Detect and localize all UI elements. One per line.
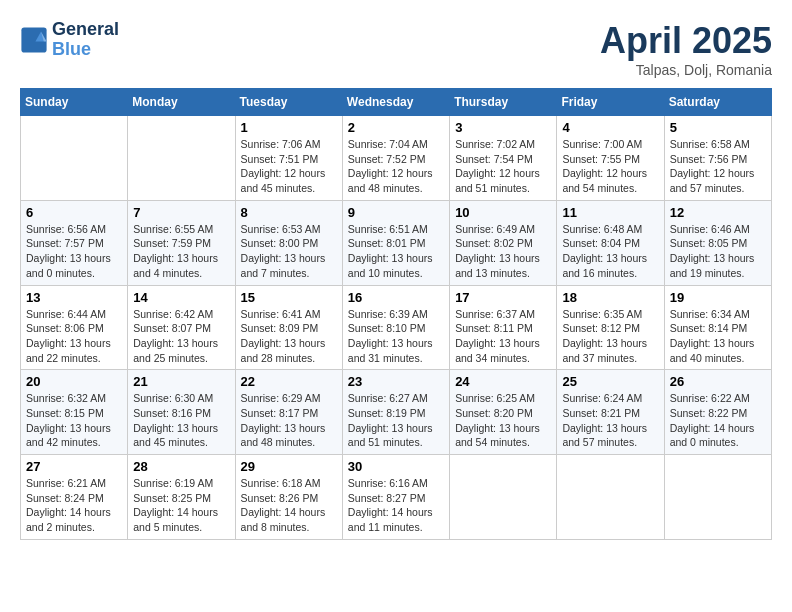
day-number: 17 bbox=[455, 290, 551, 305]
calendar-cell: 18Sunrise: 6:35 AM Sunset: 8:12 PM Dayli… bbox=[557, 285, 664, 370]
weekday-header-thursday: Thursday bbox=[450, 89, 557, 116]
calendar-cell: 14Sunrise: 6:42 AM Sunset: 8:07 PM Dayli… bbox=[128, 285, 235, 370]
calendar-cell: 3Sunrise: 7:02 AM Sunset: 7:54 PM Daylig… bbox=[450, 116, 557, 201]
day-number: 8 bbox=[241, 205, 337, 220]
day-number: 18 bbox=[562, 290, 658, 305]
day-number: 1 bbox=[241, 120, 337, 135]
day-info: Sunrise: 6:49 AM Sunset: 8:02 PM Dayligh… bbox=[455, 222, 551, 281]
calendar-cell: 28Sunrise: 6:19 AM Sunset: 8:25 PM Dayli… bbox=[128, 455, 235, 540]
day-info: Sunrise: 6:30 AM Sunset: 8:16 PM Dayligh… bbox=[133, 391, 229, 450]
calendar-table: SundayMondayTuesdayWednesdayThursdayFrid… bbox=[20, 88, 772, 540]
calendar-cell: 24Sunrise: 6:25 AM Sunset: 8:20 PM Dayli… bbox=[450, 370, 557, 455]
calendar-cell: 11Sunrise: 6:48 AM Sunset: 8:04 PM Dayli… bbox=[557, 200, 664, 285]
day-number: 4 bbox=[562, 120, 658, 135]
location-subtitle: Talpas, Dolj, Romania bbox=[600, 62, 772, 78]
day-number: 9 bbox=[348, 205, 444, 220]
day-number: 24 bbox=[455, 374, 551, 389]
calendar-cell: 25Sunrise: 6:24 AM Sunset: 8:21 PM Dayli… bbox=[557, 370, 664, 455]
day-number: 6 bbox=[26, 205, 122, 220]
calendar-cell: 27Sunrise: 6:21 AM Sunset: 8:24 PM Dayli… bbox=[21, 455, 128, 540]
calendar-cell: 1Sunrise: 7:06 AM Sunset: 7:51 PM Daylig… bbox=[235, 116, 342, 201]
calendar-cell bbox=[664, 455, 771, 540]
logo-line2: Blue bbox=[52, 40, 119, 60]
calendar-cell: 13Sunrise: 6:44 AM Sunset: 8:06 PM Dayli… bbox=[21, 285, 128, 370]
calendar-cell: 6Sunrise: 6:56 AM Sunset: 7:57 PM Daylig… bbox=[21, 200, 128, 285]
calendar-cell bbox=[450, 455, 557, 540]
day-info: Sunrise: 6:19 AM Sunset: 8:25 PM Dayligh… bbox=[133, 476, 229, 535]
day-info: Sunrise: 6:42 AM Sunset: 8:07 PM Dayligh… bbox=[133, 307, 229, 366]
weekday-header-tuesday: Tuesday bbox=[235, 89, 342, 116]
month-title: April 2025 bbox=[600, 20, 772, 62]
title-block: April 2025 Talpas, Dolj, Romania bbox=[600, 20, 772, 78]
calendar-cell: 4Sunrise: 7:00 AM Sunset: 7:55 PM Daylig… bbox=[557, 116, 664, 201]
day-number: 2 bbox=[348, 120, 444, 135]
day-info: Sunrise: 6:48 AM Sunset: 8:04 PM Dayligh… bbox=[562, 222, 658, 281]
day-number: 11 bbox=[562, 205, 658, 220]
calendar-cell: 5Sunrise: 6:58 AM Sunset: 7:56 PM Daylig… bbox=[664, 116, 771, 201]
day-number: 3 bbox=[455, 120, 551, 135]
day-number: 15 bbox=[241, 290, 337, 305]
day-info: Sunrise: 7:02 AM Sunset: 7:54 PM Dayligh… bbox=[455, 137, 551, 196]
day-info: Sunrise: 6:39 AM Sunset: 8:10 PM Dayligh… bbox=[348, 307, 444, 366]
day-info: Sunrise: 6:16 AM Sunset: 8:27 PM Dayligh… bbox=[348, 476, 444, 535]
day-info: Sunrise: 6:53 AM Sunset: 8:00 PM Dayligh… bbox=[241, 222, 337, 281]
calendar-week-row: 13Sunrise: 6:44 AM Sunset: 8:06 PM Dayli… bbox=[21, 285, 772, 370]
day-info: Sunrise: 6:21 AM Sunset: 8:24 PM Dayligh… bbox=[26, 476, 122, 535]
calendar-week-row: 20Sunrise: 6:32 AM Sunset: 8:15 PM Dayli… bbox=[21, 370, 772, 455]
day-number: 7 bbox=[133, 205, 229, 220]
day-info: Sunrise: 6:24 AM Sunset: 8:21 PM Dayligh… bbox=[562, 391, 658, 450]
calendar-cell: 8Sunrise: 6:53 AM Sunset: 8:00 PM Daylig… bbox=[235, 200, 342, 285]
calendar-cell: 30Sunrise: 6:16 AM Sunset: 8:27 PM Dayli… bbox=[342, 455, 449, 540]
calendar-cell bbox=[557, 455, 664, 540]
logo-icon bbox=[20, 26, 48, 54]
page-header: General Blue April 2025 Talpas, Dolj, Ro… bbox=[20, 20, 772, 78]
day-info: Sunrise: 6:46 AM Sunset: 8:05 PM Dayligh… bbox=[670, 222, 766, 281]
calendar-cell: 21Sunrise: 6:30 AM Sunset: 8:16 PM Dayli… bbox=[128, 370, 235, 455]
day-number: 22 bbox=[241, 374, 337, 389]
calendar-cell: 15Sunrise: 6:41 AM Sunset: 8:09 PM Dayli… bbox=[235, 285, 342, 370]
day-number: 20 bbox=[26, 374, 122, 389]
calendar-cell: 26Sunrise: 6:22 AM Sunset: 8:22 PM Dayli… bbox=[664, 370, 771, 455]
day-info: Sunrise: 6:58 AM Sunset: 7:56 PM Dayligh… bbox=[670, 137, 766, 196]
day-number: 16 bbox=[348, 290, 444, 305]
calendar-cell bbox=[21, 116, 128, 201]
day-info: Sunrise: 6:56 AM Sunset: 7:57 PM Dayligh… bbox=[26, 222, 122, 281]
day-info: Sunrise: 7:00 AM Sunset: 7:55 PM Dayligh… bbox=[562, 137, 658, 196]
calendar-cell: 23Sunrise: 6:27 AM Sunset: 8:19 PM Dayli… bbox=[342, 370, 449, 455]
calendar-cell: 7Sunrise: 6:55 AM Sunset: 7:59 PM Daylig… bbox=[128, 200, 235, 285]
calendar-cell: 19Sunrise: 6:34 AM Sunset: 8:14 PM Dayli… bbox=[664, 285, 771, 370]
weekday-header-monday: Monday bbox=[128, 89, 235, 116]
weekday-header-sunday: Sunday bbox=[21, 89, 128, 116]
calendar-cell: 12Sunrise: 6:46 AM Sunset: 8:05 PM Dayli… bbox=[664, 200, 771, 285]
day-info: Sunrise: 6:18 AM Sunset: 8:26 PM Dayligh… bbox=[241, 476, 337, 535]
day-number: 12 bbox=[670, 205, 766, 220]
calendar-cell: 29Sunrise: 6:18 AM Sunset: 8:26 PM Dayli… bbox=[235, 455, 342, 540]
calendar-week-row: 6Sunrise: 6:56 AM Sunset: 7:57 PM Daylig… bbox=[21, 200, 772, 285]
day-number: 19 bbox=[670, 290, 766, 305]
calendar-header-row: SundayMondayTuesdayWednesdayThursdayFrid… bbox=[21, 89, 772, 116]
day-info: Sunrise: 7:04 AM Sunset: 7:52 PM Dayligh… bbox=[348, 137, 444, 196]
day-number: 14 bbox=[133, 290, 229, 305]
day-number: 27 bbox=[26, 459, 122, 474]
day-number: 21 bbox=[133, 374, 229, 389]
weekday-header-saturday: Saturday bbox=[664, 89, 771, 116]
day-info: Sunrise: 6:22 AM Sunset: 8:22 PM Dayligh… bbox=[670, 391, 766, 450]
calendar-cell: 9Sunrise: 6:51 AM Sunset: 8:01 PM Daylig… bbox=[342, 200, 449, 285]
day-number: 28 bbox=[133, 459, 229, 474]
day-info: Sunrise: 6:41 AM Sunset: 8:09 PM Dayligh… bbox=[241, 307, 337, 366]
day-number: 29 bbox=[241, 459, 337, 474]
day-info: Sunrise: 6:34 AM Sunset: 8:14 PM Dayligh… bbox=[670, 307, 766, 366]
day-info: Sunrise: 6:29 AM Sunset: 8:17 PM Dayligh… bbox=[241, 391, 337, 450]
day-number: 5 bbox=[670, 120, 766, 135]
calendar-cell: 10Sunrise: 6:49 AM Sunset: 8:02 PM Dayli… bbox=[450, 200, 557, 285]
day-number: 26 bbox=[670, 374, 766, 389]
day-info: Sunrise: 6:27 AM Sunset: 8:19 PM Dayligh… bbox=[348, 391, 444, 450]
day-info: Sunrise: 6:51 AM Sunset: 8:01 PM Dayligh… bbox=[348, 222, 444, 281]
day-number: 23 bbox=[348, 374, 444, 389]
day-number: 30 bbox=[348, 459, 444, 474]
day-info: Sunrise: 6:32 AM Sunset: 8:15 PM Dayligh… bbox=[26, 391, 122, 450]
calendar-cell: 20Sunrise: 6:32 AM Sunset: 8:15 PM Dayli… bbox=[21, 370, 128, 455]
calendar-week-row: 1Sunrise: 7:06 AM Sunset: 7:51 PM Daylig… bbox=[21, 116, 772, 201]
day-info: Sunrise: 6:35 AM Sunset: 8:12 PM Dayligh… bbox=[562, 307, 658, 366]
day-number: 10 bbox=[455, 205, 551, 220]
